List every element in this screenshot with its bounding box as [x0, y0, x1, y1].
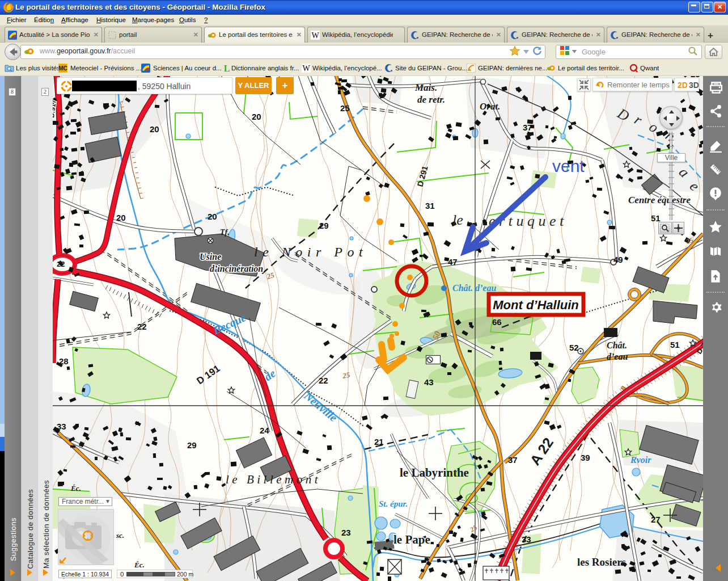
svg-text:22: 22	[137, 322, 147, 331]
svg-text:le Labyrinthe: le Labyrinthe	[400, 466, 469, 479]
svg-text:le Pape: le Pape	[393, 533, 430, 546]
svg-text:25: 25	[340, 103, 350, 113]
svg-text:Chât. d’eau: Chât. d’eau	[452, 283, 496, 293]
svg-text:29: 29	[319, 221, 329, 230]
svg-text:le Noir Pot: le Noir Pot	[254, 245, 367, 259]
svg-text:St. épur.: St. épur.	[379, 499, 408, 508]
svg-text:Tf.: Tf.	[220, 228, 230, 237]
svg-text:28: 28	[59, 356, 69, 366]
svg-text:d’incinération: d’incinération	[210, 264, 263, 273]
svg-text:d’eau: d’eau	[607, 352, 628, 361]
svg-text:L: L	[224, 64, 230, 73]
svg-text:20: 20	[252, 112, 261, 121]
svg-text:Centre équestre: Centre équestre	[628, 195, 691, 205]
svg-text:Usine: Usine	[200, 252, 221, 262]
svg-text:W: W	[302, 64, 310, 73]
svg-text:47: 47	[448, 257, 458, 267]
svg-text:Mont d’Halluin: Mont d’Halluin	[493, 298, 579, 312]
svg-text:20: 20	[208, 212, 217, 221]
svg-text:20: 20	[150, 124, 159, 134]
svg-text:20: 20	[116, 213, 126, 222]
svg-text:24: 24	[260, 426, 269, 435]
svg-text:de retr.: de retr.	[417, 94, 445, 105]
svg-text:27: 27	[651, 515, 661, 524]
svg-text:vent: vent	[552, 157, 585, 175]
svg-text:les Rosiers: les Rosiers	[577, 556, 626, 568]
svg-text:37: 37	[508, 455, 518, 465]
svg-text:33: 33	[57, 422, 66, 431]
svg-text:29: 29	[187, 440, 197, 450]
svg-text:Orat.: Orat.	[480, 101, 500, 112]
svg-text:Chât.: Chât.	[607, 340, 627, 350]
svg-text:W: W	[311, 31, 319, 40]
svg-text:23: 23	[341, 528, 351, 537]
svg-text:le: le	[452, 212, 463, 228]
svg-text:31: 31	[425, 201, 435, 210]
svg-text:43: 43	[424, 377, 434, 387]
svg-text:21: 21	[374, 437, 384, 447]
svg-text:22: 22	[319, 376, 328, 385]
svg-text:sc.: sc.	[116, 531, 124, 540]
svg-text:Éc.: Éc.	[134, 561, 145, 569]
svg-text:39: 39	[581, 453, 590, 462]
svg-text:66: 66	[492, 317, 502, 327]
svg-text:37: 37	[523, 123, 532, 132]
svg-text:52: 52	[569, 343, 579, 352]
svg-text:49: 49	[613, 255, 623, 264]
svg-text:Mais.: Mais.	[414, 82, 437, 93]
svg-text:le Billemont: le Billemont	[226, 473, 321, 486]
svg-text:Éc.: Éc.	[70, 484, 81, 492]
svg-text:33: 33	[522, 534, 531, 544]
svg-text:MC: MC	[58, 65, 67, 71]
svg-text:22: 22	[57, 260, 65, 268]
svg-text:Rvoir: Rvoir	[630, 455, 651, 465]
svg-text:51: 51	[670, 340, 680, 350]
